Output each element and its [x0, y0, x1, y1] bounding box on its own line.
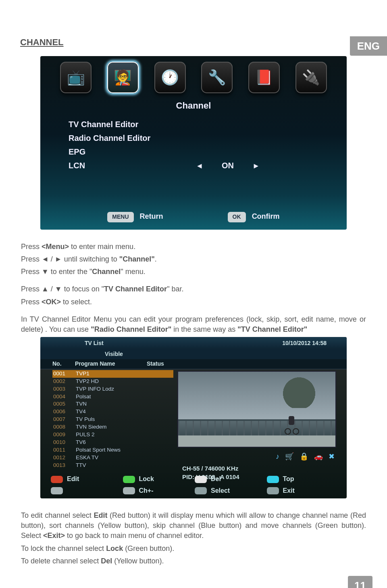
list-item[interactable]: 0008TVN Siedem — [52, 423, 173, 431]
list-item[interactable]: 0002TVP2 HD — [52, 378, 173, 385]
arrow-right-icon[interactable]: ▸ — [254, 160, 258, 171]
menu-item-epg[interactable]: EPG — [69, 146, 318, 157]
list-item[interactable]: 0009PULS 2 — [52, 431, 173, 439]
btn-edit[interactable]: Edit — [51, 475, 121, 483]
menu-key-icon: MENU — [107, 212, 133, 222]
list-item[interactable]: 0003TVP INFO Lodz — [52, 385, 173, 393]
cart-icon[interactable]: 🛒 — [285, 452, 294, 462]
channel-list[interactable]: 0001TVP10002TVP2 HD0003TVP INFO Lodz0004… — [40, 369, 173, 481]
list-item[interactable]: 0006TV4 — [52, 408, 173, 416]
instruction2-p3: To delete channel select Del (Yellow but… — [21, 556, 366, 566]
instruction2-p1: To edit channel select Edit (Red button)… — [21, 511, 366, 541]
list-item[interactable]: 0012ESKA TV — [52, 454, 173, 462]
col-name: Program Name — [75, 360, 144, 368]
tab-visible[interactable]: Visible — [105, 350, 123, 358]
screenshot-channel-menu: 📺 🧑‍🏫 🕐 🔧 📕 🔌 Channel TV Channel Editor … — [40, 56, 347, 230]
list-item[interactable]: 0005TVN — [52, 400, 173, 408]
col-no: No. — [52, 360, 72, 368]
btn-top[interactable]: Top — [267, 475, 337, 483]
music-icon[interactable]: ♪ — [276, 452, 279, 462]
top-icon-row: 📺 🧑‍🏫 🕐 🔧 📕 🔌 — [40, 56, 347, 96]
action-icon-row: ♪ 🛒 🔒 🚗 ✖ — [177, 448, 336, 464]
tvlist-datetime: 10/10/2012 14:58 — [282, 339, 327, 347]
list-item[interactable]: 0004Polsat — [52, 393, 173, 401]
menu-icon-4[interactable]: 🔧 — [201, 62, 233, 93]
btn-select[interactable]: Select — [195, 486, 264, 495]
footer-return[interactable]: MENU Return — [107, 211, 163, 222]
screenshot-tv-list: TV List 10/10/2012 14:58 Visible No. Pro… — [40, 337, 347, 498]
instruction-p2: Press ◄ / ► until switching to "Channel"… — [21, 254, 366, 264]
lcn-value: ON — [222, 160, 234, 171]
btn-chpm[interactable]: Ch+- — [123, 486, 193, 495]
btn-lock[interactable]: Lock — [123, 475, 193, 483]
section-title: CHANNEL — [20, 36, 375, 49]
instruction-p4: Press ▲ / ▼ to focus on "TV Channel Edit… — [21, 284, 366, 294]
list-item[interactable]: 0010TV6 — [52, 439, 173, 446]
menu-item-radio-editor[interactable]: Radio Channel Editor — [69, 132, 318, 144]
instruction-p3: Press ▼ to enter the "Channel" menu. — [21, 267, 366, 277]
ok-key-icon: OK — [228, 212, 246, 222]
car-icon[interactable]: 🚗 — [314, 452, 323, 462]
page-number: 11 — [348, 576, 372, 588]
menu-icon-3[interactable]: 🕐 — [154, 62, 186, 93]
menu-title: Channel — [40, 100, 347, 112]
channel-freq: CH-55 / 746000 KHz — [177, 464, 336, 473]
btn-exit[interactable]: Exit — [267, 486, 337, 495]
menu-item-lcn[interactable]: LCN ◂ ON ▸ — [69, 160, 318, 171]
language-tab: ENG — [350, 36, 387, 56]
list-item[interactable]: 0013TTV — [52, 462, 173, 469]
preview-pane — [177, 371, 336, 448]
instruction2-p2: To lock the channel select Lock (Green b… — [21, 544, 366, 554]
list-item[interactable]: 0001TVP1 — [52, 370, 173, 378]
col-status: Status — [147, 360, 164, 368]
instruction-p5: Press <OK> to select. — [21, 297, 366, 307]
btn-blank — [51, 486, 121, 495]
menu-item-tv-editor[interactable]: TV Channel Editor — [69, 119, 318, 130]
cross-icon[interactable]: ✖ — [329, 452, 335, 462]
menu-icon-1[interactable]: 📺 — [60, 62, 92, 93]
instruction-p6: In TV Channel Editor Menu you can edit y… — [21, 314, 366, 335]
tvlist-title: TV List — [85, 339, 104, 347]
menu-icon-6[interactable]: 🔌 — [295, 62, 327, 93]
menu-icon-5[interactable]: 📕 — [248, 62, 280, 93]
arrow-left-icon[interactable]: ◂ — [198, 160, 202, 171]
list-item[interactable]: 0007TV Puls — [52, 416, 173, 423]
menu-icon-2[interactable]: 🧑‍🏫 — [107, 62, 139, 93]
btn-del[interactable]: Del — [195, 475, 264, 483]
instruction-p1: Press <Menu> to enter main menu. — [21, 242, 366, 252]
list-item[interactable]: 0011Polsat Sport News — [52, 446, 173, 454]
footer-confirm[interactable]: OK Confirm — [228, 211, 280, 222]
lock-icon[interactable]: 🔒 — [300, 452, 308, 462]
